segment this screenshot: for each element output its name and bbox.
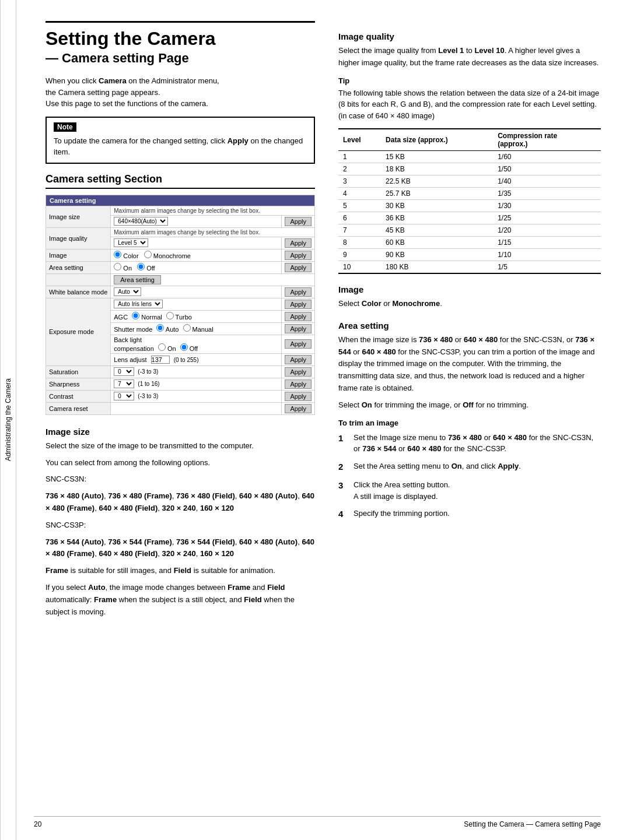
saturation-apply[interactable]: Apply [285, 367, 312, 377]
lens-adjust-range: (0 to 255) [174, 357, 199, 363]
agc-normal-radio[interactable] [132, 312, 139, 319]
trim-step-1: 1 Set the Image size menu to 736 × 480 o… [338, 432, 601, 455]
lens-adjust-control: Lens adjust (0 to 255) [111, 353, 282, 365]
image-section-title: Image [338, 284, 601, 294]
snc-cs3p-label: SNC-CS3P: [46, 519, 315, 532]
backlight-off-label[interactable]: Off [180, 345, 198, 352]
tip-text: The following table shows the relation b… [338, 87, 601, 122]
area-on-radio[interactable] [114, 263, 121, 270]
step-4-num: 4 [338, 508, 348, 521]
frame-note: Frame is suitable for still images, and … [46, 565, 315, 577]
label-saturation: Saturation [46, 365, 111, 378]
area-setting-control: On Off [111, 261, 282, 273]
image-apply[interactable]: Apply [285, 251, 312, 260]
iris-select[interactable]: Auto Iris lens [114, 300, 163, 308]
shutter-control: Shutter mode Auto Manual [111, 322, 282, 335]
step-1-text: Set the Image size menu to 736 × 480 or … [354, 432, 601, 455]
area-off-label[interactable]: Off [137, 265, 155, 272]
table-row: 10180 KB1/5 [338, 261, 601, 274]
exposure-iris-control: Auto Iris lens [111, 298, 282, 310]
left-column: Setting the Camera — Camera setting Page… [46, 21, 315, 805]
saturation-range: (-3 to 3) [138, 368, 158, 375]
image-size-apply[interactable]: Apply [285, 217, 312, 226]
step-1-num: 1 [338, 432, 348, 455]
tip-section: Tip The following table shows the relati… [338, 76, 601, 122]
image-section-text: Select Color or Monochrome. [338, 298, 601, 310]
note-box: Note To update the camera for the change… [46, 117, 315, 164]
contrast-control: 0 (-3 to 3) [111, 390, 282, 402]
snc-cs3n-options: 736 × 480 (Auto), 736 × 480 (Frame), 736… [46, 490, 315, 515]
shutter-manual-radio[interactable] [183, 324, 191, 332]
note-text: To update the camera for the changed set… [54, 135, 307, 158]
step-3-num: 3 [338, 479, 348, 502]
table-row: 745 KB1/20 [338, 224, 601, 237]
sharpness-select[interactable]: 7 [114, 379, 134, 388]
label-white-balance: White balance mode [46, 286, 111, 298]
image-quality-select[interactable]: Level 5 [114, 238, 148, 247]
area-off-radio[interactable] [137, 263, 145, 270]
saturation-control: 0 (-3 to 3) [111, 365, 282, 378]
label-sharpness: Sharpness [46, 378, 111, 390]
sharpness-apply[interactable]: Apply [285, 379, 312, 389]
white-balance-control: Auto [111, 286, 282, 298]
quality-data-table: Level Data size (approx.) Compression ra… [338, 128, 601, 274]
white-balance-apply[interactable]: Apply [285, 287, 312, 297]
sharpness-control: 7 (1 to 16) [111, 378, 282, 390]
shutter-auto-label[interactable]: Auto [156, 326, 180, 333]
backlight-control: Back lightcompensation On Off [111, 335, 282, 353]
tip-title: Tip [338, 76, 601, 85]
shutter-auto-radio[interactable] [156, 324, 164, 332]
contrast-apply[interactable]: Apply [285, 392, 312, 401]
lens-adjust-input[interactable] [151, 356, 170, 364]
shutter-manual-label[interactable]: Manual [183, 326, 214, 333]
step-2-num: 2 [338, 461, 348, 474]
page-title: Setting the Camera [46, 21, 315, 50]
camera-reset-apply[interactable]: Apply [285, 404, 312, 413]
agc-normal-label[interactable]: Normal [132, 314, 164, 321]
backlight-off-radio[interactable] [180, 343, 188, 351]
label-image-size: Image size [46, 206, 111, 227]
page-subtitle: — Camera setting Page [46, 51, 315, 66]
sharpness-range: (1 to 16) [138, 381, 159, 387]
area-apply[interactable]: Apply [285, 263, 312, 272]
contrast-select[interactable]: 0 [114, 392, 134, 400]
color-radio-label[interactable]: Color [114, 252, 140, 259]
backlight-on-label[interactable]: On [158, 345, 178, 352]
area-setting-button[interactable]: Area setting [114, 275, 161, 284]
image-size-select[interactable]: 640×480(Auto) [114, 217, 168, 226]
label-image: Image [46, 249, 111, 261]
label-exposure-mode: Exposure mode [46, 298, 111, 365]
image-quality-text1: Select the image quality from Level 1 to… [338, 45, 601, 69]
table-row: 530 KB1/30 [338, 200, 601, 212]
label-contrast: Contrast [46, 390, 111, 402]
backlight-apply[interactable]: Apply [285, 339, 312, 349]
agc-turbo-radio[interactable] [166, 312, 174, 319]
page-container: Administrating the Camera Setting the Ca… [0, 0, 630, 840]
image-size-intro: Select the size of the image to be trans… [46, 440, 315, 452]
page-number: 20 [34, 820, 41, 828]
image-quality-apply[interactable]: Apply [285, 238, 312, 248]
right-column: Image quality Select the image quality f… [338, 21, 601, 805]
area-on-label[interactable]: On [114, 265, 134, 272]
step-3-text: Click the Area setting button.A still im… [354, 479, 450, 502]
table-row: 860 KB1/15 [338, 237, 601, 249]
note-label: Note [54, 122, 76, 132]
trim-step-2: 2 Set the Area setting menu to On, and c… [338, 461, 601, 474]
image-quality-section-title: Image quality [338, 31, 601, 41]
snc-cs3p-options: 736 × 544 (Auto), 736 × 544 (Frame), 736… [46, 536, 315, 561]
color-radio[interactable] [114, 251, 121, 258]
backlight-on-radio[interactable] [158, 343, 166, 351]
footer-text: Setting the Camera — Camera setting Page [464, 820, 601, 828]
shutter-apply[interactable]: Apply [285, 324, 312, 333]
monochrome-radio-label[interactable]: Monochrome [144, 252, 191, 259]
iris-apply[interactable]: Apply [285, 300, 312, 309]
trim-steps-list: 1 Set the Image size menu to 736 × 480 o… [338, 432, 601, 521]
agc-turbo-label[interactable]: Turbo [166, 314, 192, 321]
table-header: Camera setting [46, 195, 315, 206]
white-balance-select[interactable]: Auto [114, 287, 141, 296]
lens-adjust-apply[interactable]: Apply [285, 355, 312, 364]
saturation-select[interactable]: 0 [114, 367, 134, 376]
agc-apply[interactable]: Apply [285, 312, 312, 321]
monochrome-radio[interactable] [144, 251, 152, 258]
image-size-control: 640×480(Auto) [111, 215, 282, 227]
